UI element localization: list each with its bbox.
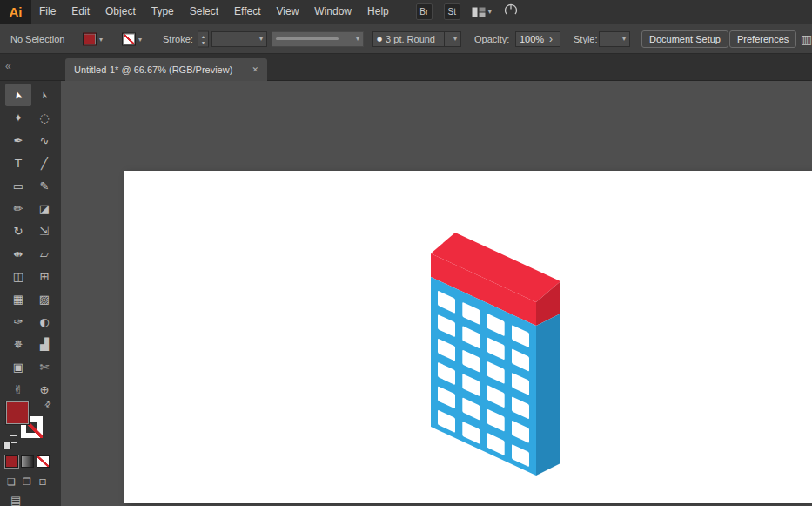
tool-eyedropper[interactable]: ✑ (5, 310, 31, 333)
uniform-profile-preview (276, 37, 339, 40)
tool-shape-builder[interactable]: ◫ (5, 265, 31, 287)
tool-slice[interactable]: ✄ (31, 355, 57, 378)
style-panel-link[interactable]: Style: (574, 34, 598, 44)
mesh-icon: ▦ (13, 293, 23, 306)
width-tool-icon: ⇹ (14, 247, 23, 260)
fill-indicator[interactable] (6, 401, 29, 424)
document-tab-bar: « Untitled-1* @ 66.67% (RGB/Preview) ✕ (0, 54, 812, 81)
close-icon[interactable]: ✕ (252, 65, 258, 74)
stepper-up-icon[interactable]: ▴ (202, 33, 205, 39)
tool-lasso[interactable]: ◌ (31, 106, 57, 129)
stroke-weight-dropdown[interactable]: ▾ (211, 31, 267, 47)
tool-artboard[interactable]: ▣ (5, 355, 31, 378)
tool-zoom[interactable]: ⊕ (31, 378, 57, 401)
gradient-button[interactable] (21, 455, 34, 468)
isometric-calendar-artwork[interactable] (418, 222, 583, 483)
tool-curvature[interactable]: ∿ (31, 129, 57, 152)
selection-tool-icon: ➤ (12, 90, 25, 100)
stroke-weight-stepper[interactable]: ▴ ▾ (198, 30, 209, 47)
menu-item-select[interactable]: Select (182, 0, 226, 24)
stock-button[interactable]: St (444, 3, 460, 20)
tool-mesh[interactable]: ▦ (5, 287, 31, 310)
document-tab[interactable]: Untitled-1* @ 66.67% (RGB/Preview) ✕ (65, 58, 267, 81)
tool-pen[interactable]: ✒ (5, 129, 31, 152)
control-bar: No Selection ▾ ▾ Stroke: ▴ ▾ ▾ ▾ ● 3 pt.… (0, 24, 812, 54)
tool-eraser[interactable]: ◪ (31, 197, 57, 219)
eyedropper-icon: ✑ (14, 315, 23, 328)
brush-preview-icon: ● (377, 36, 382, 43)
tool-selection[interactable]: ➤ (5, 84, 31, 106)
menu-item-type[interactable]: Type (144, 0, 182, 24)
artboard[interactable] (124, 171, 812, 503)
tool-shaper[interactable]: ✏ (5, 197, 31, 219)
stroke-color-combo[interactable]: ▾ (122, 32, 142, 45)
collapse-panel-icon[interactable]: « (5, 60, 11, 72)
lasso-icon: ◌ (39, 111, 49, 125)
screen-mode-icon[interactable]: ▤ (10, 494, 21, 506)
brush-dropdown[interactable]: ● 3 pt. Round ▾ (372, 31, 461, 47)
preferences-button[interactable]: Preferences (729, 30, 796, 48)
blend-icon: ◐ (39, 315, 49, 328)
draw-normal-icon[interactable]: ❏ (3, 475, 19, 489)
opacity-panel-link[interactable]: Opacity: (474, 34, 509, 44)
gradient-icon: ▨ (39, 293, 50, 306)
tool-gradient[interactable]: ▨ (31, 287, 57, 310)
tool-perspective-grid[interactable]: ⊞ (31, 265, 57, 287)
bridge-button[interactable]: Br (416, 3, 433, 20)
workspace-icon (472, 7, 486, 17)
artboard-tool-icon: ▣ (13, 361, 23, 374)
tool-type[interactable]: T (5, 152, 31, 174)
tool-scale[interactable]: ⇲ (31, 219, 57, 242)
opacity-field-combo[interactable]: › (515, 31, 560, 47)
chevron-down-icon: ▾ (99, 35, 103, 43)
rectangle-icon: ▭ (13, 179, 23, 192)
zoom-icon: ⊕ (40, 383, 50, 396)
stroke-panel-link[interactable]: Stroke: (163, 34, 193, 44)
menu-item-view[interactable]: View (269, 0, 307, 24)
draw-inside-icon[interactable]: ⊡ (35, 475, 50, 489)
tool-rotate[interactable]: ↻ (5, 219, 31, 242)
tool-line-segment[interactable]: ╱ (31, 152, 57, 174)
brush-value: 3 pt. Round (386, 34, 435, 44)
tool-width[interactable]: ⇹ (5, 242, 31, 265)
chevron-down-icon: ▾ (138, 35, 142, 43)
color-button[interactable] (5, 455, 18, 468)
gpu-performance-icon[interactable] (503, 3, 519, 20)
none-button[interactable] (37, 455, 50, 468)
tool-column-graph[interactable]: ▟ (31, 333, 57, 355)
fill-color-swatch[interactable] (83, 32, 97, 45)
fill-color-combo[interactable]: ▾ (83, 32, 103, 45)
menu-item-effect[interactable]: Effect (226, 0, 268, 24)
stepper-down-icon[interactable]: ▾ (202, 39, 205, 45)
stroke-none-swatch[interactable] (122, 32, 136, 45)
canvas[interactable] (61, 81, 812, 506)
tool-paintbrush[interactable]: ✎ (31, 174, 57, 197)
default-fill-stroke[interactable] (3, 435, 19, 451)
tool-hand[interactable]: ✌ (5, 378, 31, 401)
chevron-right-icon[interactable]: › (549, 35, 553, 44)
menu-item-edit[interactable]: Edit (64, 0, 97, 24)
shape-builder-icon: ◫ (13, 270, 23, 283)
tool-direct-selection[interactable]: ➢ (31, 84, 57, 106)
style-dropdown[interactable]: ▾ (599, 31, 630, 47)
menu-item-help[interactable]: Help (359, 0, 397, 24)
opacity-input[interactable] (520, 34, 546, 44)
tool-free-transform[interactable]: ▱ (31, 242, 57, 265)
tool-rectangle[interactable]: ▭ (5, 174, 31, 197)
tools-panel: ➤ ➢ ✦ ◌ ✒ ∿ T ╱ ▭ ✎ ✏ ◪ ↻ ⇲ ⇹ ▱ ◫ ⊞ ▦ ▨ … (0, 81, 61, 506)
tool-symbol-sprayer[interactable]: ✵ (5, 333, 31, 355)
chevron-down-icon: ▾ (488, 8, 492, 16)
workspace-switcher[interactable]: ▾ (472, 7, 492, 17)
selection-status: No Selection (10, 34, 64, 44)
draw-behind-icon[interactable]: ❐ (19, 475, 35, 489)
tool-blend[interactable]: ◐ (31, 310, 57, 333)
tool-magic-wand[interactable]: ✦ (5, 106, 31, 129)
menu-item-file[interactable]: File (31, 0, 64, 24)
perspective-grid-icon: ⊞ (40, 270, 50, 283)
paintbrush-icon: ✎ (40, 179, 50, 192)
menu-item-window[interactable]: Window (306, 0, 359, 24)
panel-toggle-icon[interactable]: ▥ (801, 32, 812, 46)
document-setup-button[interactable]: Document Setup (641, 30, 728, 48)
menu-item-object[interactable]: Object (97, 0, 144, 24)
hand-icon: ✌ (14, 383, 23, 396)
